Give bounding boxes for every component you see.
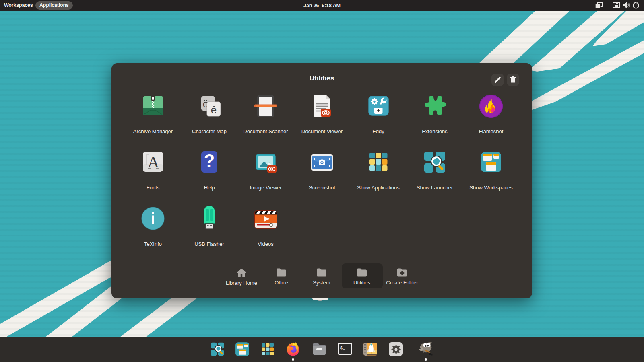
svg-text:ê: ê bbox=[211, 104, 217, 116]
svg-text:$_: $_ bbox=[340, 346, 345, 350]
svg-text:?: ? bbox=[204, 151, 215, 171]
